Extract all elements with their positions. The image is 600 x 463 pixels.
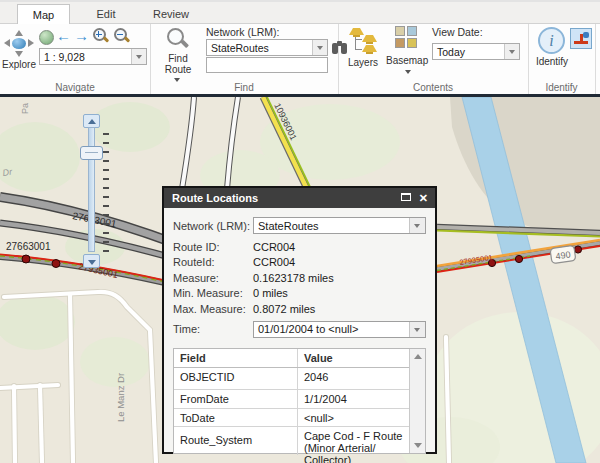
table-row[interactable]: ToDate <null> bbox=[174, 409, 409, 427]
map-scale-value: 1 : 9,028 bbox=[40, 51, 131, 63]
basemap-icon bbox=[395, 26, 419, 50]
explore-arrow-up bbox=[15, 30, 23, 36]
network-lrm-value: StateRoutes bbox=[207, 42, 312, 54]
group-label-find: Find bbox=[150, 82, 338, 93]
cell-field: Route_System bbox=[174, 427, 298, 455]
attribute-table-main: Field Value OBJECTID 2046 FromDate 1/1/2… bbox=[174, 349, 409, 453]
network-lrm-combo[interactable]: StateRoutes bbox=[206, 39, 328, 56]
full-extent-globe-icon[interactable] bbox=[39, 30, 54, 45]
info-dot-icon bbox=[583, 32, 589, 38]
table-row[interactable]: OBJECTID 2046 bbox=[174, 368, 409, 390]
ribbon-tab-bar: Map Edit Review bbox=[0, 0, 600, 24]
time-field-dropdown-arrow[interactable] bbox=[409, 322, 425, 337]
tab-edit[interactable]: Edit bbox=[76, 4, 136, 25]
routeid-value: CCR004 bbox=[253, 256, 295, 268]
explore-sphere bbox=[12, 38, 26, 49]
max-measure-value: 0.8072 miles bbox=[253, 303, 315, 315]
layers-label: Layers bbox=[343, 58, 383, 68]
explore-arrow-down bbox=[15, 51, 23, 57]
time-field-combo[interactable]: 01/01/2004 to <null> bbox=[253, 321, 426, 338]
find-route-magnifier-icon bbox=[167, 28, 189, 50]
group-label-contents: Contents bbox=[338, 82, 528, 93]
network-field-dropdown-arrow[interactable] bbox=[409, 218, 425, 233]
table-row[interactable]: FromDate 1/1/2004 bbox=[174, 390, 409, 409]
routeid-label: RouteId: bbox=[173, 256, 253, 268]
cell-field: FromDate bbox=[174, 390, 298, 408]
dialog-body: Network (LRM): StateRoutes Route ID: CCR… bbox=[164, 208, 435, 452]
measure-row: Measure: 0.1623178 miles bbox=[173, 270, 426, 286]
time-row: Time: 01/01/2004 to <null> bbox=[173, 319, 426, 340]
explore-button-label[interactable]: Explore bbox=[0, 60, 38, 70]
max-measure-label: Max. Measure: bbox=[173, 303, 253, 315]
explore-icon[interactable] bbox=[4, 30, 34, 57]
slider-handle[interactable] bbox=[80, 146, 103, 160]
route-label-freeway-horizontal: 27663001 bbox=[6, 241, 51, 252]
lamp-3 bbox=[362, 45, 377, 52]
network-field-combo[interactable]: StateRoutes bbox=[253, 217, 426, 234]
find-route-label-line1: Find bbox=[158, 54, 198, 64]
dialog-title: Route Locations bbox=[172, 192, 258, 204]
scroll-down-icon[interactable] bbox=[414, 443, 422, 448]
min-measure-label: Min. Measure: bbox=[173, 287, 253, 299]
network-lrm-dropdown-arrow[interactable] bbox=[312, 40, 327, 55]
min-measure-row: Min. Measure: 0 miles bbox=[173, 286, 426, 302]
view-date-value: Today bbox=[433, 46, 504, 58]
min-measure-value: 0 miles bbox=[253, 287, 288, 299]
zoom-in-icon[interactable] bbox=[93, 28, 108, 43]
table-header-row: Field Value bbox=[174, 349, 409, 368]
table-row[interactable]: Route_System Cape Cod - F Route (Minor A… bbox=[174, 427, 409, 455]
find-handle bbox=[181, 40, 189, 48]
bm-imagery bbox=[395, 38, 405, 48]
group-label-identify: Identify bbox=[528, 82, 595, 93]
network-field-label: Network (LRM): bbox=[173, 220, 253, 232]
route-shield: 490 bbox=[550, 245, 576, 263]
route-id-row: Route ID: CCR004 bbox=[173, 239, 426, 255]
bm-streets bbox=[407, 38, 417, 48]
next-extent-icon[interactable]: → bbox=[74, 28, 89, 44]
previous-extent-icon[interactable]: ← bbox=[56, 28, 71, 44]
plus-v bbox=[98, 31, 100, 37]
svg-text:490: 490 bbox=[555, 249, 571, 261]
cell-value: 2046 bbox=[298, 368, 409, 389]
table-scrollbar[interactable] bbox=[409, 349, 425, 453]
slider-zoom-in-button[interactable] bbox=[83, 114, 100, 128]
minus-h bbox=[117, 34, 123, 36]
network-row: Network (LRM): StateRoutes bbox=[173, 215, 426, 236]
dialog-title-bar[interactable]: Route Locations ✕ bbox=[164, 188, 435, 208]
route-locations-dialog: Route Locations ✕ Network (LRM): StateRo… bbox=[162, 186, 437, 454]
close-icon[interactable]: ✕ bbox=[419, 188, 428, 208]
map-scale-dropdown-arrow[interactable] bbox=[131, 49, 146, 64]
scroll-up-icon[interactable] bbox=[414, 354, 422, 359]
zoom-out-handle bbox=[124, 36, 130, 42]
measure-label: Measure: bbox=[173, 272, 253, 284]
zoom-out-icon[interactable] bbox=[114, 28, 129, 43]
max-measure-row: Max. Measure: 0.8072 miles bbox=[173, 301, 426, 317]
attribute-table: Field Value OBJECTID 2046 FromDate 1/1/2… bbox=[173, 348, 426, 454]
lamp-1 bbox=[349, 28, 364, 35]
tab-review[interactable]: Review bbox=[138, 4, 204, 25]
cell-value: 1/1/2004 bbox=[298, 390, 409, 408]
route-id-label: Route ID: bbox=[173, 241, 253, 253]
header-value: Value bbox=[298, 349, 409, 367]
identify-route-locations-tool[interactable] bbox=[570, 28, 592, 49]
find-route-label-line2: Route bbox=[158, 65, 198, 75]
map-scale-combo[interactable]: 1 : 9,028 bbox=[39, 48, 147, 65]
route-id-input[interactable] bbox=[206, 57, 328, 73]
slider-down-caret bbox=[88, 260, 96, 265]
street-label-le-manz-dr: Le Manz Dr bbox=[115, 373, 126, 422]
zoom-in-handle bbox=[103, 36, 109, 42]
group-contents: Layers Basemap View Date: Today bbox=[338, 24, 529, 94]
basemap-dropdown-caret bbox=[405, 70, 411, 74]
cell-field: ToDate bbox=[174, 409, 298, 426]
view-date-combo[interactable]: Today bbox=[432, 43, 520, 60]
slider-zoom-out-button[interactable] bbox=[83, 254, 100, 268]
identify-button[interactable]: i bbox=[538, 27, 565, 54]
tree-line-h2 bbox=[355, 49, 362, 50]
group-identify: i Identify Identify bbox=[528, 24, 596, 94]
explore-arrow-right bbox=[28, 39, 34, 47]
view-date-dropdown-arrow[interactable] bbox=[504, 44, 519, 59]
time-field-label: Time: bbox=[173, 323, 253, 335]
event-editor-window: Map Edit Review Explore ← → bbox=[0, 0, 600, 463]
view-date-label: View Date: bbox=[432, 26, 483, 38]
maximize-icon[interactable] bbox=[401, 193, 411, 201]
